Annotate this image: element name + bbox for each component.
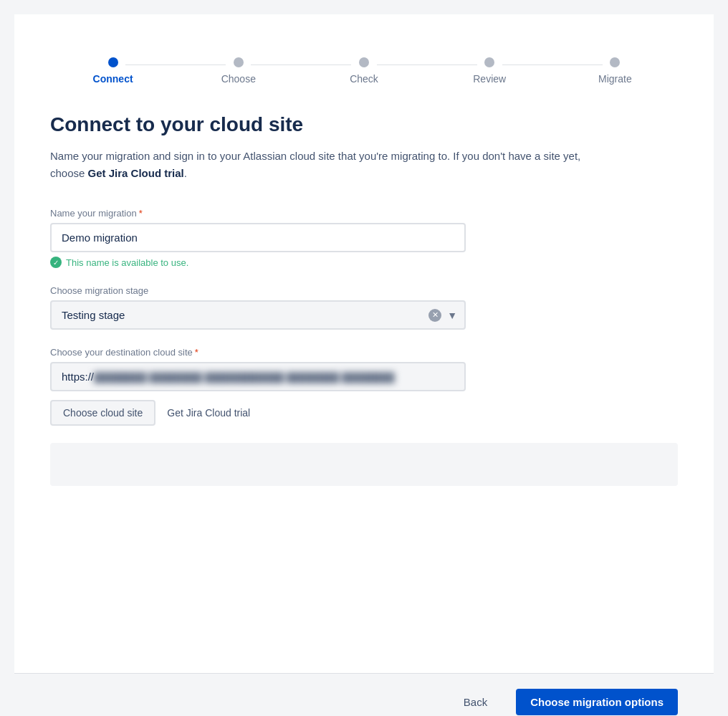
stepper: Connect Choose Check Review Migrate: [50, 43, 678, 85]
step-review: Review: [427, 57, 552, 85]
page-title: Connect to your cloud site: [50, 113, 678, 136]
destination-cloud-site-display: https://████████ ████████ ████████████ █…: [50, 362, 466, 391]
migration-stage-select-wrapper: Testing stage ✕ ▼: [50, 300, 466, 330]
migration-stage-value: Testing stage: [62, 309, 125, 321]
destination-cloud-site-group: Choose your destination cloud site * htt…: [50, 347, 466, 426]
validation-message: ✓ This name is available to use.: [50, 257, 466, 268]
step-dot-check: [359, 57, 369, 67]
migration-stage-select[interactable]: Testing stage: [50, 300, 466, 330]
step-choose: Choose: [176, 57, 301, 85]
footer-bar: Back Choose migration options: [14, 673, 714, 716]
step-dot-review: [484, 57, 494, 67]
step-connect: Connect: [50, 57, 176, 85]
gray-section: [50, 443, 678, 486]
choose-migration-options-button[interactable]: Choose migration options: [516, 689, 678, 715]
migration-name-label: Name your migration *: [50, 208, 466, 219]
step-dot-choose: [234, 57, 244, 67]
validation-text: This name is available to use.: [66, 257, 188, 268]
migration-stage-group: Choose migration stage Testing stage ✕ ▼: [50, 285, 466, 330]
clear-icon[interactable]: ✕: [428, 309, 441, 322]
step-dot-migrate: [610, 57, 620, 67]
main-content: Connect Choose Check Review Migrate Conn…: [14, 14, 714, 716]
step-dot-connect: [108, 57, 118, 67]
step-label-connect: Connect: [93, 73, 133, 85]
required-indicator: *: [139, 208, 143, 219]
required-indicator-2: *: [195, 347, 198, 358]
step-migrate: Migrate: [552, 57, 678, 85]
page-description: Name your migration and sign in to your …: [50, 148, 609, 182]
step-label-review: Review: [473, 73, 506, 85]
check-icon: ✓: [50, 257, 62, 268]
get-jira-cloud-trial-button[interactable]: Get Jira Cloud trial: [167, 401, 250, 424]
cloud-site-actions: Choose cloud site Get Jira Cloud trial: [50, 400, 466, 426]
page-container: Connect Choose Check Review Migrate Conn…: [14, 14, 714, 716]
migration-name-input[interactable]: [50, 223, 466, 252]
step-label-choose: Choose: [221, 73, 256, 85]
destination-prefix: https://: [62, 371, 94, 383]
choose-cloud-site-button[interactable]: Choose cloud site: [50, 400, 155, 426]
destination-cloud-site-label: Choose your destination cloud site *: [50, 347, 466, 358]
step-label-check: Check: [350, 73, 378, 85]
migration-name-group: Name your migration * ✓ This name is ava…: [50, 208, 466, 268]
back-button[interactable]: Back: [452, 690, 499, 714]
destination-blurred-value: ████████ ████████ ████████████ ████████ …: [94, 372, 395, 383]
step-label-migrate: Migrate: [598, 73, 632, 85]
migration-stage-label: Choose migration stage: [50, 285, 466, 296]
description-link: Get Jira Cloud trial: [88, 167, 184, 179]
step-check: Check: [301, 57, 426, 85]
description-text-2: .: [184, 167, 187, 179]
